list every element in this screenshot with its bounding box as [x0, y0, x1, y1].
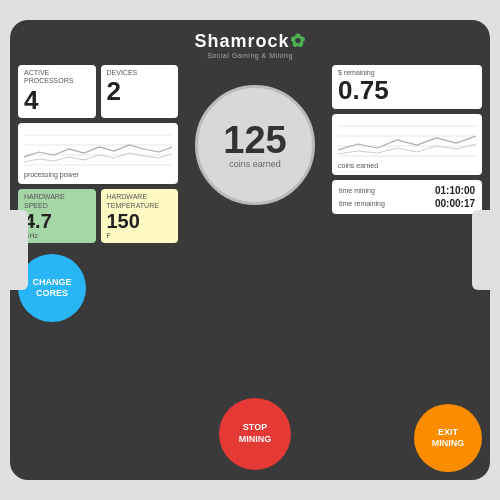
- hw-speed-unit: GHz: [24, 232, 90, 239]
- time-mining-label: time mining: [339, 187, 375, 194]
- right-coins-label: coins earned: [338, 162, 476, 169]
- time-card: time mining 01:10:00 time remaining 00:0…: [332, 180, 482, 214]
- devices-card: devices 2: [101, 65, 179, 118]
- active-processors-card: ACTIVEprocessors 4: [18, 65, 96, 118]
- logo-leaf: ✿: [290, 31, 306, 51]
- time-remaining-value: 00:00:17: [435, 198, 475, 209]
- coin-circle: 125 coins earned: [195, 85, 315, 205]
- hw-speed-value: 4.7: [24, 210, 90, 232]
- main-frame: Shamrock✿ Social Gaming & Mining ACTIVEp…: [10, 20, 490, 480]
- devices-value: 2: [107, 77, 173, 106]
- app-subtitle: Social Gaming & Mining: [207, 52, 293, 59]
- coin-label: coins earned: [229, 159, 281, 169]
- processing-power-label: processing power: [24, 171, 172, 178]
- main-content: ACTIVEprocessors 4 devices 2: [10, 65, 490, 480]
- header: Shamrock✿ Social Gaming & Mining: [194, 30, 305, 59]
- hardware-temp-card: hardwaretemperature 150 F: [101, 189, 179, 243]
- coin-value: 125: [223, 121, 286, 159]
- exit-mining-wrapper: EXIT MINING: [332, 219, 482, 478]
- remaining-card: $ remaining 0.75: [332, 65, 482, 109]
- right-coins-chart-card: coins earned: [332, 114, 482, 175]
- stop-mining-button[interactable]: STOP MINING: [219, 398, 291, 470]
- hw-temp-label: hardwaretemperature: [107, 193, 173, 210]
- processing-power-card: processing power: [18, 123, 178, 184]
- active-processors-label: ACTIVEprocessors: [24, 69, 90, 86]
- processing-power-chart: [24, 127, 172, 167]
- hardware-speed-card: hardwarespeed 4.7 GHz: [18, 189, 96, 243]
- right-panel: $ remaining 0.75 coins earned time mi: [332, 65, 482, 480]
- hw-speed-label: hardwarespeed: [24, 193, 90, 210]
- hw-temp-unit: F: [107, 232, 173, 239]
- time-mining-value: 01:10:00: [435, 185, 475, 196]
- change-cores-button[interactable]: CHANGE CORES: [18, 254, 86, 322]
- left-panel: ACTIVEprocessors 4 devices 2: [18, 65, 178, 480]
- right-coins-chart: [338, 118, 476, 158]
- top-stats-row: ACTIVEprocessors 4 devices 2: [18, 65, 178, 118]
- center-panel: 125 coins earned STOP MINING: [184, 65, 326, 480]
- exit-mining-button[interactable]: EXIT MINING: [414, 404, 482, 472]
- time-remaining-row: time remaining 00:00:17: [339, 198, 475, 209]
- hw-row: hardwarespeed 4.7 GHz hardwaretemperatur…: [18, 189, 178, 243]
- active-processors-value: 4: [24, 86, 90, 115]
- time-mining-row: time mining 01:10:00: [339, 185, 475, 196]
- change-cores-wrapper: CHANGE CORES: [18, 250, 178, 322]
- hw-temp-value: 150: [107, 210, 173, 232]
- remaining-value: 0.75: [338, 76, 476, 105]
- app-logo: Shamrock✿: [194, 30, 305, 52]
- time-remaining-label: time remaining: [339, 200, 385, 207]
